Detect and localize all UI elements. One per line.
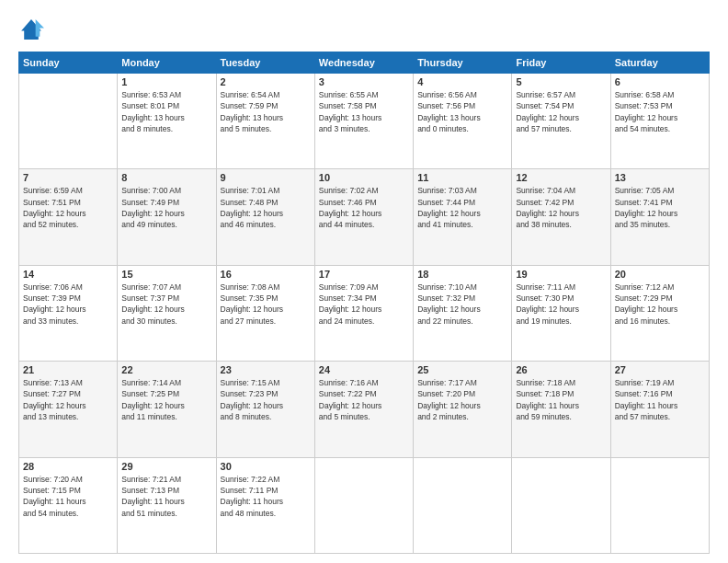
- day-info: Sunrise: 7:02 AM Sunset: 7:46 PM Dayligh…: [319, 185, 409, 230]
- weekday-header-sunday: Sunday: [19, 52, 118, 74]
- day-cell: 24Sunrise: 7:16 AM Sunset: 7:22 PM Dayli…: [314, 362, 413, 457]
- day-number: 22: [121, 364, 211, 375]
- day-cell: 12Sunrise: 7:04 AM Sunset: 7:42 PM Dayli…: [512, 169, 610, 265]
- svg-marker-1: [36, 19, 44, 37]
- day-number: 5: [516, 76, 606, 87]
- day-number: 3: [319, 76, 409, 87]
- day-cell: 5Sunrise: 6:57 AM Sunset: 7:54 PM Daylig…: [512, 74, 610, 169]
- day-info: Sunrise: 6:55 AM Sunset: 7:58 PM Dayligh…: [319, 89, 409, 134]
- day-info: Sunrise: 7:07 AM Sunset: 7:37 PM Dayligh…: [121, 282, 211, 327]
- day-number: 18: [417, 269, 507, 280]
- day-cell: 8Sunrise: 7:00 AM Sunset: 7:49 PM Daylig…: [118, 169, 216, 265]
- day-number: 30: [221, 461, 311, 472]
- day-cell: 23Sunrise: 7:15 AM Sunset: 7:23 PM Dayli…: [216, 362, 314, 457]
- day-number: 20: [615, 269, 705, 280]
- day-info: Sunrise: 7:12 AM Sunset: 7:29 PM Dayligh…: [615, 282, 705, 327]
- day-cell: 20Sunrise: 7:12 AM Sunset: 7:29 PM Dayli…: [610, 265, 709, 361]
- day-info: Sunrise: 7:11 AM Sunset: 7:30 PM Dayligh…: [516, 282, 606, 327]
- day-cell: 22Sunrise: 7:14 AM Sunset: 7:25 PM Dayli…: [118, 362, 216, 457]
- day-number: 17: [319, 269, 409, 280]
- day-info: Sunrise: 7:18 AM Sunset: 7:18 PM Dayligh…: [516, 377, 606, 422]
- day-number: 4: [417, 76, 507, 87]
- day-number: 9: [221, 172, 311, 183]
- page: SundayMondayTuesdayWednesdayThursdayFrid…: [0, 0, 728, 563]
- day-info: Sunrise: 6:58 AM Sunset: 7:53 PM Dayligh…: [615, 89, 705, 134]
- day-info: Sunrise: 7:20 AM Sunset: 7:15 PM Dayligh…: [23, 474, 113, 519]
- day-number: 8: [121, 172, 211, 183]
- day-cell: 6Sunrise: 6:58 AM Sunset: 7:53 PM Daylig…: [610, 74, 709, 169]
- day-cell: 19Sunrise: 7:11 AM Sunset: 7:30 PM Dayli…: [512, 265, 610, 361]
- day-number: 12: [516, 172, 606, 183]
- day-info: Sunrise: 7:01 AM Sunset: 7:48 PM Dayligh…: [221, 185, 311, 230]
- day-cell: 21Sunrise: 7:13 AM Sunset: 7:27 PM Dayli…: [19, 362, 118, 457]
- day-cell: 2Sunrise: 6:54 AM Sunset: 7:59 PM Daylig…: [216, 74, 314, 169]
- day-cell: 29Sunrise: 7:21 AM Sunset: 7:13 PM Dayli…: [118, 457, 216, 553]
- day-info: Sunrise: 7:17 AM Sunset: 7:20 PM Dayligh…: [417, 377, 507, 422]
- day-number: 7: [23, 172, 113, 183]
- weekday-header-friday: Friday: [512, 52, 610, 74]
- day-cell: 9Sunrise: 7:01 AM Sunset: 7:48 PM Daylig…: [216, 169, 314, 265]
- day-cell: [314, 457, 413, 553]
- day-number: 6: [615, 76, 705, 87]
- day-number: 16: [221, 269, 311, 280]
- day-info: Sunrise: 6:56 AM Sunset: 7:56 PM Dayligh…: [417, 89, 507, 134]
- week-row-2: 7Sunrise: 6:59 AM Sunset: 7:51 PM Daylig…: [19, 169, 710, 265]
- day-cell: 10Sunrise: 7:02 AM Sunset: 7:46 PM Dayli…: [314, 169, 413, 265]
- logo: [18, 17, 48, 42]
- day-info: Sunrise: 7:13 AM Sunset: 7:27 PM Dayligh…: [23, 377, 113, 422]
- weekday-header-monday: Monday: [118, 52, 216, 74]
- day-info: Sunrise: 7:03 AM Sunset: 7:44 PM Dayligh…: [417, 185, 507, 230]
- day-number: 26: [516, 364, 606, 375]
- day-number: 13: [615, 172, 705, 183]
- day-number: 14: [23, 269, 113, 280]
- day-cell: [610, 457, 709, 553]
- day-info: Sunrise: 7:21 AM Sunset: 7:13 PM Dayligh…: [121, 474, 211, 519]
- day-info: Sunrise: 7:04 AM Sunset: 7:42 PM Dayligh…: [516, 185, 606, 230]
- weekday-header-row: SundayMondayTuesdayWednesdayThursdayFrid…: [19, 52, 710, 74]
- day-cell: 27Sunrise: 7:19 AM Sunset: 7:16 PM Dayli…: [610, 362, 709, 457]
- week-row-1: 1Sunrise: 6:53 AM Sunset: 8:01 PM Daylig…: [19, 74, 710, 169]
- day-number: 15: [121, 269, 211, 280]
- day-cell: 18Sunrise: 7:10 AM Sunset: 7:32 PM Dayli…: [414, 265, 512, 361]
- day-cell: [19, 74, 118, 169]
- day-number: 29: [121, 461, 211, 472]
- day-cell: 3Sunrise: 6:55 AM Sunset: 7:58 PM Daylig…: [314, 74, 413, 169]
- day-number: 28: [23, 461, 113, 472]
- day-number: 19: [516, 269, 606, 280]
- day-info: Sunrise: 7:05 AM Sunset: 7:41 PM Dayligh…: [615, 185, 705, 230]
- day-info: Sunrise: 7:15 AM Sunset: 7:23 PM Dayligh…: [221, 377, 311, 422]
- day-cell: 30Sunrise: 7:22 AM Sunset: 7:11 PM Dayli…: [216, 457, 314, 553]
- weekday-header-wednesday: Wednesday: [314, 52, 413, 74]
- day-cell: 16Sunrise: 7:08 AM Sunset: 7:35 PM Dayli…: [216, 265, 314, 361]
- header: [18, 17, 710, 42]
- day-info: Sunrise: 7:14 AM Sunset: 7:25 PM Dayligh…: [121, 377, 211, 422]
- day-info: Sunrise: 7:22 AM Sunset: 7:11 PM Dayligh…: [221, 474, 311, 519]
- day-info: Sunrise: 7:09 AM Sunset: 7:34 PM Dayligh…: [319, 282, 409, 327]
- day-cell: 1Sunrise: 6:53 AM Sunset: 8:01 PM Daylig…: [118, 74, 216, 169]
- day-number: 23: [221, 364, 311, 375]
- day-info: Sunrise: 7:06 AM Sunset: 7:39 PM Dayligh…: [23, 282, 113, 327]
- day-number: 25: [417, 364, 507, 375]
- day-info: Sunrise: 6:54 AM Sunset: 7:59 PM Dayligh…: [221, 89, 311, 134]
- day-cell: 4Sunrise: 6:56 AM Sunset: 7:56 PM Daylig…: [414, 74, 512, 169]
- day-number: 2: [221, 76, 311, 87]
- day-cell: 15Sunrise: 7:07 AM Sunset: 7:37 PM Dayli…: [118, 265, 216, 361]
- day-info: Sunrise: 6:53 AM Sunset: 8:01 PM Dayligh…: [121, 89, 211, 134]
- day-info: Sunrise: 6:59 AM Sunset: 7:51 PM Dayligh…: [23, 185, 113, 230]
- logo-icon: [18, 17, 44, 42]
- day-cell: 7Sunrise: 6:59 AM Sunset: 7:51 PM Daylig…: [19, 169, 118, 265]
- weekday-header-tuesday: Tuesday: [216, 52, 314, 74]
- day-number: 21: [23, 364, 113, 375]
- day-cell: 25Sunrise: 7:17 AM Sunset: 7:20 PM Dayli…: [414, 362, 512, 457]
- weekday-header-saturday: Saturday: [610, 52, 709, 74]
- day-info: Sunrise: 6:57 AM Sunset: 7:54 PM Dayligh…: [516, 89, 606, 134]
- day-info: Sunrise: 7:08 AM Sunset: 7:35 PM Dayligh…: [221, 282, 311, 327]
- day-info: Sunrise: 7:00 AM Sunset: 7:49 PM Dayligh…: [121, 185, 211, 230]
- day-info: Sunrise: 7:19 AM Sunset: 7:16 PM Dayligh…: [615, 377, 705, 422]
- calendar-table: SundayMondayTuesdayWednesdayThursdayFrid…: [18, 52, 710, 554]
- day-cell: 17Sunrise: 7:09 AM Sunset: 7:34 PM Dayli…: [314, 265, 413, 361]
- day-info: Sunrise: 7:10 AM Sunset: 7:32 PM Dayligh…: [417, 282, 507, 327]
- weekday-header-thursday: Thursday: [414, 52, 512, 74]
- day-cell: 13Sunrise: 7:05 AM Sunset: 7:41 PM Dayli…: [610, 169, 709, 265]
- week-row-4: 21Sunrise: 7:13 AM Sunset: 7:27 PM Dayli…: [19, 362, 710, 457]
